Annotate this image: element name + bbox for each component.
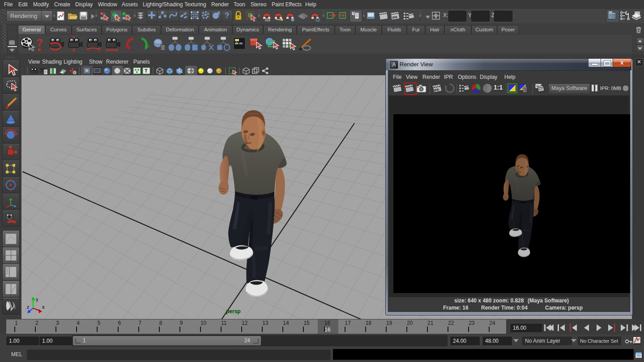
svg-text:y: y xyxy=(36,297,38,302)
svg-text:T: T xyxy=(145,68,148,73)
svg-text:?: ? xyxy=(225,11,229,20)
svg-text:x: x xyxy=(42,305,45,310)
svg-text:?: ? xyxy=(36,37,43,49)
svg-text:z: z xyxy=(27,305,29,310)
